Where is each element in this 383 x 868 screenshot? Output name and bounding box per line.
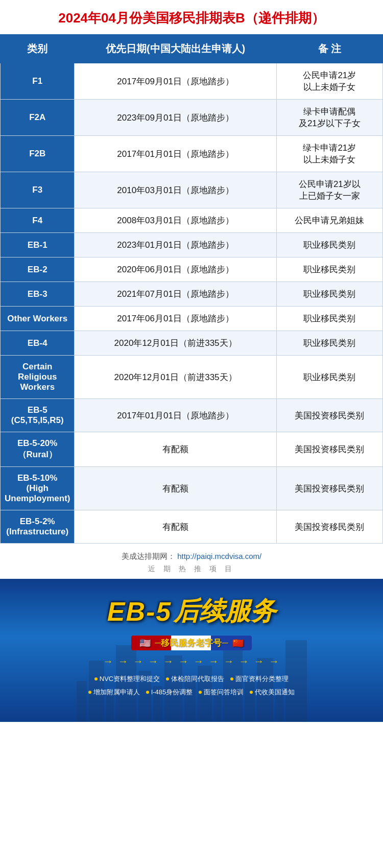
cell-date: 2017年09月01日（原地踏步）: [75, 63, 276, 100]
cell-date: 2023年01月01日（原地踏步）: [75, 233, 276, 257]
cell-note: 职业移民类别: [276, 356, 382, 399]
cell-category: EB-5-2% (Infrastructure): [1, 510, 75, 544]
cell-date: 2023年09月01日（原地踏步）: [75, 100, 276, 136]
cell-category: EB-3: [1, 282, 75, 307]
cell-category: F4: [1, 208, 75, 233]
cell-date: 2017年01月01日（原地踏步）: [75, 136, 276, 172]
website-url: http://paiqi.mcdvisa.com/: [177, 552, 261, 560]
table-row: EB-5 (C5,T5,I5,R5)2017年01月01日（原地踏步）美国投资移…: [1, 399, 383, 432]
table-row: EB-42020年12月01日（前进335天）职业移民类别: [1, 331, 383, 356]
cell-category: F2B: [1, 136, 75, 172]
cell-date: 2020年06月01日（原地踏步）: [75, 257, 276, 282]
cell-category: EB-5 (C5,T5,I5,R5): [1, 399, 75, 432]
table-row: EB-32021年07月01日（原地踏步）职业移民类别: [1, 282, 383, 307]
banner-dash: 后续服务: [174, 594, 276, 628]
table-row: EB-5-20% （Rural）有配额美国投资移民类别: [1, 432, 383, 467]
cell-note: 美国投资移民类别: [276, 399, 382, 432]
table-header: 类别 优先日期(中国大陆出生申请人) 备 注: [1, 35, 383, 63]
table-row: F12017年09月01日（原地踏步）公民申请21岁 以上未婚子女: [1, 63, 383, 100]
cell-date: 2017年06月01日（原地踏步）: [75, 307, 276, 331]
feature-us-notice: 代收美国通知: [250, 688, 295, 697]
cell-note: 美国投资移民类别: [276, 510, 382, 544]
feature-training: 面签问答培训: [199, 688, 244, 697]
feature-add-applicant-label: 增加附属申请人: [93, 688, 140, 697]
website-line: 美成达排期网： http://paiqi.mcdvisa.com/: [5, 552, 378, 561]
website-label: 美成达排期网：: [122, 552, 175, 560]
table-row: F32010年03月01日（原地踏步）公民申请21岁以 上已婚子女一家: [1, 172, 383, 208]
cell-note: 绿卡申请21岁 以上未婚子女: [276, 136, 382, 172]
cell-date: 2020年12月01日（前进335天）: [75, 356, 276, 399]
cell-date: 有配额: [75, 432, 276, 467]
cell-category: EB-4: [1, 331, 75, 356]
table-row: EB-5-10% (High Unemployment)有配额美国投资移民类别: [1, 467, 383, 510]
table-row: F2B2017年01月01日（原地踏步）绿卡申请21岁 以上未婚子女: [1, 136, 383, 172]
header-category: 类别: [1, 35, 75, 63]
header-date: 优先日期(中国大陆出生申请人): [75, 35, 276, 63]
page-title: 2024年04月份美国移民排期表B（递件排期）: [0, 0, 383, 34]
feature-nvc: NVC资料整理和提交: [94, 674, 160, 684]
cell-note: 美国投资移民类别: [276, 432, 382, 467]
cell-category: EB-1: [1, 233, 75, 257]
table-row: EB-12023年01月01日（原地踏步）职业移民类别: [1, 233, 383, 257]
cell-category: Other Workers: [1, 307, 75, 331]
table-row: F42008年03月01日（原地踏步）公民申请兄弟姐妹: [1, 208, 383, 233]
feature-interview-label: 面官资料分类整理: [235, 674, 289, 684]
table-row: EB-5-2% (Infrastructure)有配额美国投资移民类别: [1, 510, 383, 544]
feature-medical-label: 体检陪同代取报告: [171, 674, 224, 684]
feature-add-applicant: 增加附属申请人: [88, 688, 140, 697]
cell-date: 2017年01月01日（原地踏步）: [75, 399, 276, 432]
table-row: F2A2023年09月01日（原地踏步）绿卡申请配偶 及21岁以下子女: [1, 100, 383, 136]
cell-note: 职业移民类别: [276, 257, 382, 282]
feature-i485-label: I-485身份调整: [151, 688, 193, 697]
banner-features-row2: 增加附属申请人 I-485身份调整 面签问答培训 代收美国通知: [10, 688, 373, 697]
cell-note: 美国投资移民类别: [276, 467, 382, 510]
table-row: Other Workers2017年06月01日（原地踏步）职业移民类别: [1, 307, 383, 331]
cell-note: 绿卡申请配偶 及21岁以下子女: [276, 100, 382, 136]
cell-date: 有配额: [75, 510, 276, 544]
main-table: 类别 优先日期(中国大陆出生申请人) 备 注 F12017年09月01日（原地踏…: [0, 34, 383, 544]
cell-date: 2021年07月01日（原地踏步）: [75, 282, 276, 307]
header-note: 备 注: [276, 35, 382, 63]
banner-eb5-title: EB-5: [107, 596, 172, 627]
cell-category: EB-5-20% （Rural）: [1, 432, 75, 467]
cell-note: 职业移民类别: [276, 233, 382, 257]
feature-interview: 面官资料分类整理: [230, 674, 289, 684]
cell-category: EB-5-10% (High Unemployment): [1, 467, 75, 510]
cell-category: F2A: [1, 100, 75, 136]
feature-training-label: 面签问答培训: [204, 688, 244, 697]
cell-category: EB-2: [1, 257, 75, 282]
banner-arrows: → → → → → → → → → → → →: [10, 655, 373, 667]
footer-section: 美成达排期网： http://paiqi.mcdvisa.com/ 近 期 热 …: [0, 544, 383, 579]
cell-note: 公民申请21岁以 上已婚子女一家: [276, 172, 382, 208]
table-row: EB-22020年06月01日（原地踏步）职业移民类别: [1, 257, 383, 282]
cell-note: 职业移民类别: [276, 307, 382, 331]
cell-category: F1: [1, 63, 75, 100]
cell-category: F3: [1, 172, 75, 208]
cell-note: 公民申请兄弟姐妹: [276, 208, 382, 233]
cell-date: 2008年03月01日（原地踏步）: [75, 208, 276, 233]
hot-projects-label: 近 期 热 推 项 目: [5, 565, 378, 574]
feature-nvc-label: NVC资料整理和提交: [100, 674, 160, 684]
feature-i485: I-485身份调整: [146, 688, 193, 697]
table-row: Certain Religious Workers2020年12月01日（前进3…: [1, 356, 383, 399]
cell-date: 2020年12月01日（前进335天）: [75, 331, 276, 356]
banner-flag-subtitle: 🇺🇸 ─移民服务老字号─ 🇨🇳: [131, 636, 251, 650]
cell-date: 有配额: [75, 467, 276, 510]
feature-medical: 体检陪同代取报告: [166, 674, 224, 684]
cell-note: 职业移民类别: [276, 282, 382, 307]
banner-subtitle-text: ─移民服务老字号─: [155, 637, 228, 649]
cell-note: 公民申请21岁 以上未婚子女: [276, 63, 382, 100]
banner-section: EB-5 后续服务 🇺🇸 ─移民服务老字号─ 🇨🇳 → → → → → → → …: [0, 579, 383, 722]
cell-date: 2010年03月01日（原地踏步）: [75, 172, 276, 208]
banner-features-row1: NVC资料整理和提交 体检陪同代取报告 面官资料分类整理: [10, 674, 373, 684]
cell-category: Certain Religious Workers: [1, 356, 75, 399]
feature-us-notice-label: 代收美国通知: [255, 688, 295, 697]
cell-note: 职业移民类别: [276, 331, 382, 356]
